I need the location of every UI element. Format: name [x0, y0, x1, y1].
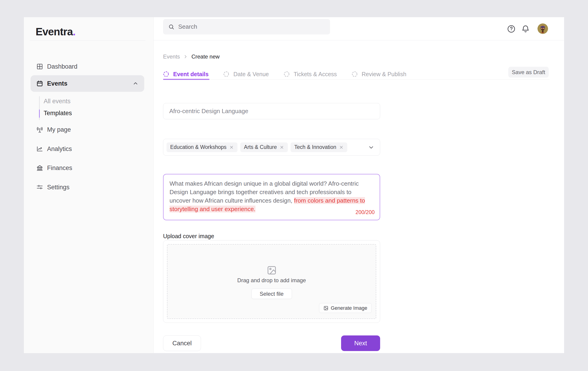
breadcrumb-events-link[interactable]: Events	[163, 53, 180, 60]
notifications-bell-icon[interactable]	[521, 25, 530, 33]
image-placeholder-icon	[266, 265, 277, 276]
app-card: Eventra. Dashboard Events All events Tem…	[24, 17, 564, 353]
sidebar-item-dashboard[interactable]: Dashboard	[24, 60, 154, 73]
remove-chip-icon[interactable]	[280, 145, 284, 150]
chevron-up-icon[interactable]	[133, 80, 138, 87]
sidebar-item-finances[interactable]: Finances	[24, 161, 154, 175]
search-input[interactable]	[178, 23, 316, 30]
calendar-icon	[36, 80, 43, 87]
brand-dot: .	[73, 26, 75, 38]
search-bar[interactable]	[163, 19, 330, 34]
chip-label: Arts & Culture	[244, 144, 277, 150]
tab-label: Event details	[173, 71, 209, 78]
category-chips: Education & Workshops Arts & Culture Tec…	[167, 142, 347, 152]
form-footer: Cancel Next	[163, 335, 380, 351]
tab-review-publish[interactable]: Review & Publish	[352, 69, 407, 80]
sliders-icon	[36, 184, 43, 191]
select-file-button[interactable]: Select file	[252, 289, 292, 299]
category-chip: Tech & Innovation	[291, 142, 347, 152]
tab-label: Review & Publish	[362, 71, 407, 78]
generate-image-label: Generate Image	[331, 305, 367, 311]
brand-name: Eventra	[36, 26, 73, 38]
tab-label: Tickets & Access	[294, 71, 337, 78]
upload-cover-label: Upload cover image	[163, 233, 214, 240]
sidebar-item-label: Settings	[47, 184, 70, 191]
category-chip: Arts & Culture	[240, 142, 288, 152]
upload-dropzone[interactable]: Drag and drop to add image Select file G…	[167, 244, 376, 319]
generate-image-button[interactable]: Generate Image	[319, 303, 372, 313]
bank-icon	[36, 164, 43, 171]
save-as-draft-button[interactable]: Save as Draft	[508, 67, 549, 78]
sidebar-item-templates[interactable]: Templates	[44, 109, 72, 118]
stepper-tabs: Event details Date & Venue Tickets & Acc…	[163, 69, 406, 80]
description-textarea[interactable]: What makes African design unique in a gl…	[163, 174, 380, 220]
step-circle-icon	[223, 71, 229, 77]
sidebar-item-label: Dashboard	[47, 63, 77, 70]
upload-card: Drag and drop to add image Select file G…	[163, 240, 380, 323]
sidebar-item-settings[interactable]: Settings	[24, 180, 154, 194]
main-area: Events Create new Event details Date & V…	[154, 17, 564, 353]
tabs-divider	[163, 79, 549, 80]
step-circle-icon	[163, 71, 169, 77]
sidebar: Eventra. Dashboard Events All events Tem…	[24, 17, 154, 353]
next-button[interactable]: Next	[341, 335, 380, 351]
tab-label: Date & Venue	[233, 71, 269, 78]
sidebar-item-my-page[interactable]: My page	[24, 123, 154, 137]
breadcrumb: Events Create new	[163, 53, 220, 60]
tab-tickets-access[interactable]: Tickets & Access	[284, 69, 337, 80]
broadcast-icon	[36, 126, 43, 133]
event-title-input[interactable]	[163, 103, 380, 119]
sidebar-subitem-label: Templates	[44, 110, 72, 117]
chevron-right-icon	[183, 54, 188, 59]
char-counter: 200/200	[356, 208, 375, 217]
help-icon[interactable]	[507, 25, 516, 33]
drag-drop-text: Drag and drop to add image	[168, 277, 376, 284]
tab-event-details[interactable]: Event details	[163, 69, 209, 80]
user-avatar[interactable]	[537, 23, 548, 34]
sidebar-item-all-events[interactable]: All events	[44, 97, 71, 106]
chevron-down-icon[interactable]	[368, 144, 374, 150]
search-icon	[168, 24, 175, 30]
sidebar-item-analytics[interactable]: Analytics	[24, 142, 154, 156]
step-circle-icon	[352, 71, 358, 77]
sidebar-item-label: My page	[47, 126, 71, 133]
category-select[interactable]: Education & Workshops Arts & Culture Tec…	[163, 139, 380, 156]
sidebar-item-label: Events	[47, 80, 68, 87]
breadcrumb-current: Create new	[191, 53, 220, 60]
remove-chip-icon[interactable]	[339, 145, 344, 150]
cancel-button[interactable]: Cancel	[163, 335, 201, 351]
chip-label: Education & Workshops	[170, 144, 226, 150]
submenu-guide-line	[39, 96, 40, 120]
sidebar-item-events[interactable]: Events	[31, 75, 144, 92]
remove-chip-icon[interactable]	[229, 145, 234, 150]
step-circle-icon	[284, 71, 290, 77]
brand-logo: Eventra.	[36, 25, 75, 38]
line-chart-icon	[36, 145, 43, 152]
dashboard-icon	[36, 63, 43, 70]
generate-image-icon	[323, 306, 328, 311]
chip-label: Tech & Innovation	[294, 144, 336, 150]
sidebar-subitem-label: All events	[44, 98, 71, 105]
category-chip: Education & Workshops	[167, 142, 238, 152]
tab-date-venue[interactable]: Date & Venue	[223, 69, 269, 80]
topbar	[154, 17, 564, 40]
sidebar-item-label: Analytics	[47, 145, 72, 153]
submenu-active-indicator	[39, 110, 40, 118]
sidebar-item-label: Finances	[47, 164, 72, 172]
